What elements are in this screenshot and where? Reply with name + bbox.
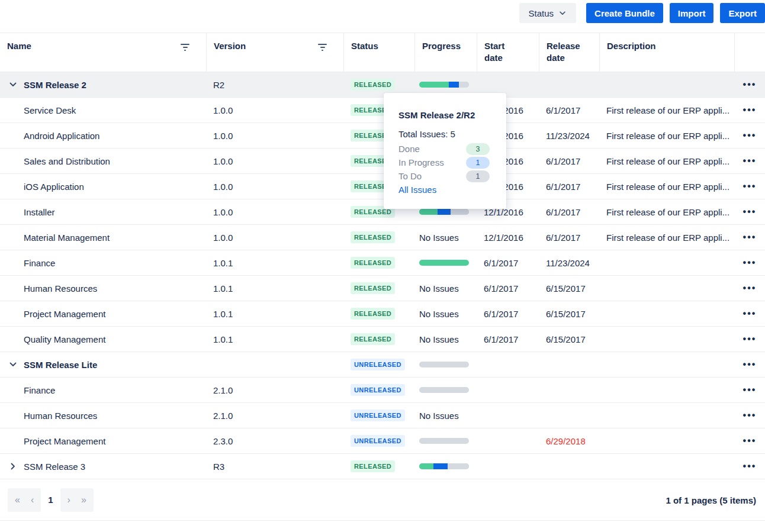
row-actions-button[interactable]: ••• — [743, 207, 757, 217]
version-cell: 1.0.0 — [206, 123, 343, 148]
create-bundle-button[interactable]: Create Bundle — [586, 3, 663, 23]
start-date: 6/1/2017 — [484, 258, 518, 268]
table-row[interactable]: Sales and Distribution1.0.0RELEASED12/1/… — [0, 149, 765, 174]
row-actions-button[interactable]: ••• — [743, 385, 757, 395]
version-label: 1.0.0 — [213, 105, 233, 115]
status-cell: RELEASED — [343, 225, 414, 250]
description-text: First release of our ERP appli... — [606, 233, 729, 243]
table-row[interactable]: Installer1.0.0RELEASED12/1/20166/1/2017F… — [0, 199, 765, 225]
version-label: 1.0.0 — [213, 156, 233, 166]
row-actions-button[interactable]: ••• — [743, 257, 757, 268]
export-button[interactable]: Export — [720, 3, 765, 23]
release-date: 6/15/2017 — [546, 309, 586, 319]
release-date: 6/29/2018 — [546, 436, 586, 446]
row-actions-button[interactable]: ••• — [743, 334, 757, 344]
row-actions-button[interactable]: ••• — [743, 232, 757, 243]
release-date: 11/23/2024 — [546, 131, 590, 141]
progress-bar[interactable] — [419, 463, 469, 469]
table-row[interactable]: Material Management1.0.0RELEASEDNo Issue… — [0, 225, 765, 250]
column-label: Progress — [422, 40, 461, 52]
filter-icon[interactable] — [181, 40, 189, 51]
current-page[interactable]: 1 — [48, 495, 53, 505]
table-row[interactable]: iOS Application1.0.0RELEASED12/1/20166/1… — [0, 174, 765, 199]
release-date-cell: 6/15/2017 — [539, 327, 599, 352]
column-header-description: Description — [599, 33, 734, 72]
version-label: 1.0.1 — [213, 283, 233, 294]
progress-bar[interactable] — [419, 438, 469, 444]
table-row[interactable]: SSM Release 3R3RELEASED••• — [0, 454, 765, 479]
filter-icon[interactable] — [318, 40, 327, 51]
status-badge: UNRELEASED — [351, 410, 405, 421]
table-row[interactable]: Project Management1.0.1RELEASEDNo Issues… — [0, 301, 765, 327]
row-actions-button[interactable]: ••• — [743, 79, 757, 90]
status-badge: RELEASED — [351, 257, 395, 269]
table-row[interactable]: Finance2.1.0UNRELEASED••• — [0, 378, 765, 403]
prev-page-button[interactable]: ‹ — [31, 495, 34, 505]
release-name-cell: iOS Application — [0, 174, 206, 199]
release-name-cell: Android Application — [0, 123, 206, 148]
row-actions-button[interactable]: ••• — [743, 105, 757, 115]
column-label: Status — [351, 40, 378, 52]
actions-cell: ••• — [734, 225, 765, 250]
row-actions-button[interactable]: ••• — [743, 359, 757, 370]
progress-cell: No Issues — [414, 276, 477, 301]
version-label: R2 — [213, 80, 224, 90]
row-actions-button[interactable]: ••• — [743, 410, 757, 421]
status-filter-button[interactable]: Status — [519, 3, 577, 23]
stat-label-done: Done — [398, 144, 420, 154]
row-actions-button[interactable]: ••• — [743, 308, 757, 319]
progress-bar[interactable] — [419, 260, 469, 266]
import-button[interactable]: Import — [670, 3, 714, 23]
description-cell — [599, 72, 734, 97]
progress-cell: No Issues — [414, 403, 477, 428]
table-row[interactable]: Project Management2.3.0UNRELEASED6/29/20… — [0, 428, 765, 454]
progress-cell: No Issues — [414, 327, 477, 352]
first-page-button[interactable]: « — [15, 495, 20, 505]
version-label: 2.1.0 — [213, 385, 233, 395]
chevron-right-icon[interactable] — [8, 462, 18, 471]
progress-bar[interactable] — [419, 387, 469, 393]
table-row[interactable]: Finance1.0.1RELEASED6/1/201711/23/2024••… — [0, 250, 765, 276]
row-actions-button[interactable]: ••• — [743, 181, 757, 192]
progress-cell — [414, 428, 477, 453]
column-header-actions — [734, 33, 765, 72]
description-text: First release of our ERP appli... — [606, 105, 729, 115]
release-date-cell — [539, 378, 599, 402]
next-page-button[interactable]: › — [68, 495, 70, 505]
release-date-cell: 11/23/2024 — [539, 250, 599, 275]
pagination-forward-group: › » — [60, 488, 94, 512]
row-actions-button[interactable]: ••• — [743, 461, 757, 472]
progress-bar[interactable] — [419, 362, 469, 367]
column-label: Version — [214, 40, 246, 52]
release-date: 6/15/2017 — [546, 334, 586, 344]
release-name-cell: Human Resources — [0, 403, 206, 428]
release-name: Quality Management — [24, 334, 105, 344]
table-row[interactable]: Human Resources1.0.1RELEASEDNo Issues6/1… — [0, 276, 765, 301]
table-row[interactable]: Service Desk1.0.0RELEASED12/1/20166/1/20… — [0, 98, 765, 123]
release-name: iOS Application — [24, 182, 84, 192]
column-label: Name — [7, 40, 31, 52]
row-actions-button[interactable]: ••• — [743, 130, 757, 141]
version-cell: 1.0.1 — [206, 250, 343, 275]
release-name: Material Management — [24, 233, 110, 243]
row-actions-button[interactable]: ••• — [743, 283, 757, 294]
status-badge: UNRELEASED — [351, 435, 405, 447]
chevron-down-icon[interactable] — [8, 80, 18, 89]
version-cell: 2.3.0 — [206, 428, 343, 453]
table-row[interactable]: Android Application1.0.0RELEASED12/1/201… — [0, 123, 765, 149]
progress-bar[interactable] — [419, 209, 469, 215]
table-row[interactable]: Human Resources2.1.0UNRELEASEDNo Issues•… — [0, 403, 765, 428]
release-name-cell: Project Management — [0, 301, 206, 326]
progress-cell — [414, 454, 477, 479]
release-date: 6/15/2017 — [546, 283, 586, 294]
last-page-button[interactable]: » — [81, 495, 86, 505]
row-actions-button[interactable]: ••• — [743, 156, 757, 166]
progress-bar[interactable] — [419, 82, 469, 88]
column-header-start-date: Start date — [477, 33, 539, 72]
row-actions-button[interactable]: ••• — [743, 436, 757, 446]
table-row[interactable]: SSM Release 2R2RELEASED••• — [0, 72, 765, 98]
all-issues-link[interactable]: All Issues — [398, 185, 494, 195]
chevron-down-icon[interactable] — [8, 360, 18, 369]
table-row[interactable]: SSM Release LiteUNRELEASED••• — [0, 352, 765, 378]
table-row[interactable]: Quality Management1.0.1RELEASEDNo Issues… — [0, 327, 765, 352]
